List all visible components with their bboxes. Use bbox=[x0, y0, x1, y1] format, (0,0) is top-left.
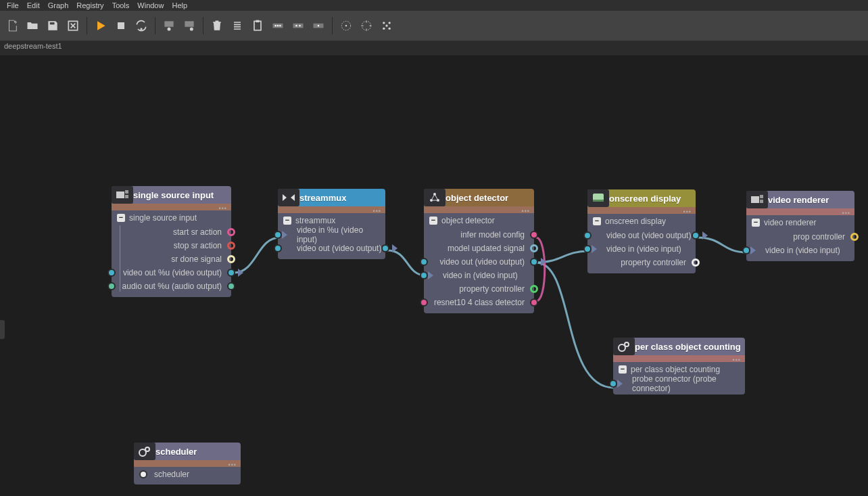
menu-tools[interactable]: Tools bbox=[108, 1, 134, 10]
collapse-icon[interactable]: − bbox=[429, 217, 437, 225]
list-icon[interactable] bbox=[228, 16, 247, 35]
menu-help[interactable]: Help bbox=[168, 1, 191, 10]
svg-rect-14 bbox=[293, 24, 304, 28]
port-video-in[interactable]: video in %u (video input) bbox=[278, 228, 385, 242]
collapse-icon[interactable]: − bbox=[619, 365, 627, 374]
menu-graph[interactable]: Graph bbox=[44, 1, 73, 10]
node-title: scheduler bbox=[155, 447, 197, 457]
toolbar: + bbox=[0, 11, 868, 41]
collapse-icon[interactable]: − bbox=[593, 217, 601, 225]
port-video-out[interactable]: video out %u (video output) bbox=[112, 266, 231, 279]
node-menu-icon[interactable]: ••• bbox=[683, 208, 692, 215]
swarm-icon[interactable] bbox=[377, 16, 396, 35]
svg-rect-27 bbox=[116, 191, 124, 198]
svg-point-12 bbox=[277, 25, 279, 27]
svg-rect-34 bbox=[593, 200, 604, 202]
svg-rect-37 bbox=[760, 200, 763, 203]
node-object-detector[interactable]: object detector ••• −object detector inf… bbox=[424, 189, 534, 313]
play-icon[interactable] bbox=[91, 16, 110, 35]
target2-icon[interactable] bbox=[357, 16, 376, 35]
port-video-out[interactable]: video out (video output) bbox=[278, 242, 385, 255]
node-streammux[interactable]: streammux ••• −streammux video in %u (vi… bbox=[278, 189, 385, 259]
node-menu-icon[interactable]: ••• bbox=[733, 357, 741, 363]
svg-point-18 bbox=[318, 25, 320, 27]
sync-icon[interactable] bbox=[132, 16, 151, 35]
collapse-icon[interactable]: − bbox=[752, 219, 760, 227]
port-infer-config[interactable]: infer model config bbox=[424, 228, 534, 242]
menu-window[interactable]: Window bbox=[133, 1, 168, 10]
svg-point-20 bbox=[345, 25, 347, 27]
port-model-updated[interactable]: model updated signal bbox=[424, 242, 534, 255]
port-video-in[interactable]: video in (video input) bbox=[746, 244, 854, 257]
svg-point-24 bbox=[383, 28, 385, 30]
svg-point-23 bbox=[389, 22, 391, 24]
close-icon[interactable] bbox=[64, 16, 82, 35]
node-title: video renderer bbox=[768, 195, 829, 205]
svg-point-5 bbox=[168, 28, 171, 31]
side-panel-handle[interactable] bbox=[0, 320, 5, 339]
single-dot-icon[interactable] bbox=[309, 16, 328, 35]
new-file-icon[interactable]: + bbox=[3, 16, 22, 35]
svg-rect-29 bbox=[125, 195, 128, 198]
menu-edit[interactable]: Edit bbox=[23, 1, 44, 10]
svg-text:+: + bbox=[14, 19, 18, 26]
node-section: −onscreen display bbox=[587, 214, 696, 229]
port-video-out[interactable]: video out (video output) bbox=[424, 255, 534, 269]
svg-point-41 bbox=[145, 447, 149, 451]
port-sr-done[interactable]: sr done signal bbox=[112, 252, 231, 266]
port-property-controller[interactable]: property controller bbox=[424, 282, 534, 296]
detector-icon bbox=[424, 189, 445, 206]
node-section: −video renderer bbox=[746, 215, 854, 230]
node-video-renderer[interactable]: video renderer ••• −video renderer prop … bbox=[746, 191, 854, 261]
port-probe-connector[interactable]: probe connector (probe connector) bbox=[613, 377, 745, 390]
node-onscreen-display[interactable]: onscreen display ••• −onscreen display v… bbox=[587, 189, 696, 273]
open-folder-icon[interactable] bbox=[23, 16, 42, 35]
port-video-in[interactable]: video in (video input) bbox=[424, 269, 534, 282]
download2-icon[interactable] bbox=[180, 16, 199, 35]
menu-file[interactable]: File bbox=[3, 1, 23, 10]
node-per-class-counting[interactable]: per class object counting ••• −per class… bbox=[613, 338, 745, 394]
source-icon bbox=[112, 186, 133, 204]
port-video-in[interactable]: video in (video input) bbox=[587, 242, 696, 256]
target1-icon[interactable] bbox=[337, 16, 356, 35]
tab-deepstream[interactable]: deepstream-test1 bbox=[4, 42, 62, 50]
svg-rect-28 bbox=[125, 190, 128, 194]
svg-point-26 bbox=[385, 24, 387, 26]
node-single-source-input[interactable]: single source input ••• −single source i… bbox=[112, 186, 231, 297]
port-start-sr[interactable]: start sr action bbox=[112, 225, 231, 239]
menu-registry[interactable]: Registry bbox=[72, 1, 107, 10]
graph-canvas[interactable]: single source input ••• −single source i… bbox=[0, 56, 868, 496]
svg-rect-4 bbox=[164, 21, 173, 26]
port-stop-sr[interactable]: stop sr action bbox=[112, 239, 231, 252]
stop-icon[interactable] bbox=[112, 16, 130, 35]
svg-point-22 bbox=[383, 22, 385, 24]
node-scheduler[interactable]: scheduler ••• scheduler bbox=[134, 443, 241, 484]
collapse-icon[interactable]: − bbox=[117, 214, 125, 222]
trash-icon[interactable] bbox=[208, 16, 226, 35]
download1-icon[interactable] bbox=[160, 16, 178, 35]
svg-point-39 bbox=[625, 342, 629, 346]
streammux-icon bbox=[278, 189, 299, 206]
port-audio-out[interactable]: audio out %u (audio output) bbox=[112, 279, 231, 293]
node-menu-icon[interactable]: ••• bbox=[219, 205, 227, 212]
svg-point-13 bbox=[279, 25, 281, 27]
port-prop-controller[interactable]: prop controller bbox=[746, 230, 854, 244]
svg-rect-35 bbox=[751, 196, 759, 203]
node-menu-icon[interactable]: ••• bbox=[228, 461, 237, 468]
node-title: onscreen display bbox=[609, 194, 681, 204]
gears-icon bbox=[134, 443, 155, 460]
node-menu-icon[interactable]: ••• bbox=[842, 210, 850, 217]
dots3-icon[interactable] bbox=[268, 16, 287, 35]
node-menu-icon[interactable]: ••• bbox=[522, 208, 530, 215]
node-menu-icon[interactable]: ••• bbox=[373, 208, 381, 215]
save-icon[interactable] bbox=[43, 16, 62, 35]
clipboard-icon[interactable] bbox=[248, 16, 267, 35]
svg-point-11 bbox=[274, 25, 276, 27]
gears-icon bbox=[613, 338, 635, 355]
collapse-icon[interactable]: − bbox=[283, 217, 291, 225]
port-resnet10[interactable]: resnet10 4 class detector bbox=[424, 296, 534, 309]
port-property-controller[interactable]: property controller bbox=[587, 256, 696, 269]
port-video-out[interactable]: video out (video output) bbox=[587, 229, 696, 242]
dots2-icon[interactable] bbox=[289, 16, 308, 35]
svg-point-7 bbox=[190, 28, 193, 31]
